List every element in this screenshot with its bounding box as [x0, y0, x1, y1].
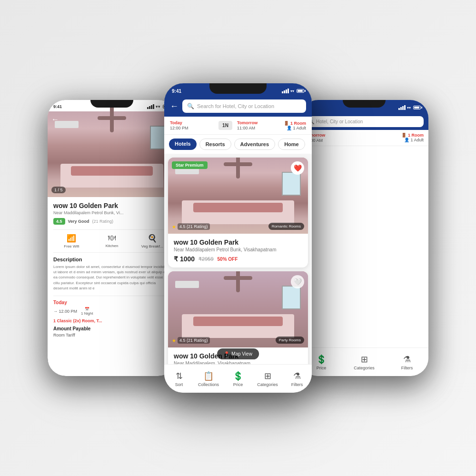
hotel1-info: wow 10 Golden Park Near Maddilapalem Pet… [168, 234, 308, 268]
hotel1-price-current: ₹ 1000 [174, 255, 195, 263]
left-rating-badge: 4.5 [53, 218, 65, 225]
adult-count-label: 👤 1 Adult [284, 126, 306, 130]
search-input-box[interactable]: 🔍 Search for Hotel, City or Location [182, 99, 306, 113]
bed-decoration [60, 164, 163, 188]
center-bottom-nav: ⇅ Sort 📋 Collections 💲 Price ⊞ Categorie… [164, 364, 312, 393]
room-simulation [48, 111, 176, 197]
right-filters-icon: ⚗ [403, 354, 411, 365]
left-checkin-time: → 12.00 PM [53, 309, 77, 314]
right-price-icon: 💲 [316, 354, 327, 365]
right-battery-icon [413, 106, 421, 109]
right-room-cell: 🚪 1 Room 👤 1 Adult [401, 133, 424, 143]
nav-price-label: Price [233, 382, 243, 387]
hotel2-rating-text: 4.5 (21 Rating) [178, 337, 210, 344]
hotel1-location: Near Maddilapalem Petrol Bunk, Visakhapa… [174, 247, 302, 252]
hotel2-image: 🤍 Party Rooms ★ 4.5 (21 Rating) [168, 271, 308, 347]
left-room-tariff: Room Tariff [53, 333, 170, 337]
hotel2-room-type-badge: Party Rooms [276, 337, 304, 344]
room-cell[interactable]: 🚪 1 Room 👤 1 Adult [284, 121, 306, 130]
search-bar-container: ← 🔍 Search for Hotel, City or Location [164, 97, 312, 117]
hotel1-price-original: ₹2959 [198, 256, 213, 262]
hotel1-room-sim [168, 158, 308, 234]
hotel2-ac [175, 281, 199, 288]
hotel2-rating-overlay: ★ 4.5 (21 Rating) [172, 337, 210, 344]
hotel1-window [282, 172, 301, 196]
date-row: Today 12:00 PM 1N Tomorrow 11:00 AM 🚪 1 … [164, 117, 312, 135]
left-hotel-details: wow 10 Golden Park Near Maddilapalem Pet… [48, 197, 176, 342]
left-status-time: 9:41 [53, 104, 62, 109]
image-counter: 1 / 5 [51, 187, 66, 193]
right-checkout-time: 11.00 AM [305, 138, 398, 143]
nav-sort[interactable]: ⇅ Sort [164, 371, 194, 387]
hotel1-price-row: ₹ 1000 ₹2959 50% OFF [174, 255, 302, 263]
left-description-text: Lorem ipsum dolor sit amet, consectetur … [53, 264, 170, 291]
hotel1-image: Star Premium ❤️ Romantic Rooms ★ 4.5 (21… [168, 158, 308, 234]
back-button[interactable]: ← [170, 101, 178, 111]
nav-collections[interactable]: 📋 Collections [194, 371, 223, 387]
amenity-kitchen: 🍽 Kitchen [94, 234, 130, 248]
price-icon: 💲 [233, 371, 243, 381]
tab-resorts[interactable]: Resorts [199, 139, 231, 150]
checkin-time: 12:00 PM [170, 126, 214, 130]
nav-filters-label: Filters [291, 382, 303, 387]
left-phone-notch [90, 100, 133, 108]
tab-adventures[interactable]: Adventures [234, 139, 276, 150]
search-icon: 🔍 [187, 103, 194, 109]
left-amount-title: Amount Payable [53, 326, 170, 331]
right-nav-categories[interactable]: ⊞ Categories [343, 354, 386, 370]
right-adult-label: 👤 1 Adult [401, 138, 424, 142]
map-view-button[interactable]: 📍 Map View [217, 348, 259, 359]
right-door-icon: 🚪 [401, 133, 407, 138]
left-booking-row: Today → 12.00 PM 📅 1 Night [53, 296, 170, 316]
right-nav-filters[interactable]: ⚗ Filters [386, 354, 428, 370]
map-view-label: Map View [231, 351, 252, 357]
left-rating-label: Very Good [68, 219, 89, 224]
center-signal-icon [282, 89, 289, 93]
nights-badge: 1N [218, 121, 232, 130]
hotel-card-1[interactable]: Star Premium ❤️ Romantic Rooms ★ 4.5 (21… [168, 158, 308, 268]
hotel2-favorite-button[interactable]: 🤍 [291, 275, 304, 288]
category-tabs: Hotels Resorts Adventures Home [164, 135, 312, 154]
filters-icon: ⚗ [293, 371, 301, 381]
right-phone: ▾▾ 🔍 Hotel, City or Location Tomorrow 11… [300, 100, 428, 376]
right-checkout-cell: Tomorrow 11.00 AM [305, 133, 398, 143]
hotel2-bed [182, 314, 294, 338]
center-phone-inner: 9:41 ▾▾ [164, 83, 312, 393]
tab-home[interactable]: Home [278, 139, 305, 150]
left-back-button[interactable]: ← [51, 115, 59, 124]
right-status-icons: ▾▾ [398, 105, 421, 110]
left-phone: 9:41 ▾▾ [48, 100, 176, 376]
checkin-cell[interactable]: Today 12:00 PM [170, 120, 214, 130]
amenity-kitchen-label: Kitchen [106, 244, 119, 248]
hotel1-bed [182, 200, 294, 224]
adult-icon: 👤 [287, 126, 292, 130]
left-rating-count: (21 Rating) [92, 219, 114, 224]
nav-price[interactable]: 💲 Price [223, 371, 253, 387]
hotel2-star-icon: ★ [172, 338, 176, 343]
breakfast-icon: 🍳 [148, 234, 157, 243]
room-count-label: 🚪 1 Room [284, 121, 306, 126]
nav-categories[interactable]: ⊞ Categories [253, 371, 282, 387]
right-search-input[interactable]: 🔍 Hotel, City or Location [305, 116, 424, 127]
center-status-icons: ▾▾ [282, 89, 304, 93]
left-phone-inner: 9:41 ▾▾ [48, 100, 176, 376]
checkout-cell[interactable]: Tomorrow 11:00 AM [237, 120, 281, 130]
left-rating-row: 4.5 Very Good (21 Rating) [53, 218, 170, 225]
signal-icon [147, 104, 154, 109]
checkout-label: Tomorrow [237, 120, 281, 125]
left-description-title: Description [53, 257, 170, 262]
right-room-label: 🚪 1 Room [401, 133, 424, 138]
nav-filters[interactable]: ⚗ Filters [282, 371, 312, 387]
nav-categories-label: Categories [257, 382, 278, 387]
hotel1-favorite-button[interactable]: ❤️ [291, 161, 304, 175]
center-phone: 9:41 ▾▾ [164, 83, 312, 393]
left-description-section: Description Lorem ipsum dolor sit amet, … [53, 257, 170, 291]
right-search-placeholder: Hotel, City or Location [316, 119, 363, 124]
tab-hotels[interactable]: Hotels [169, 139, 197, 150]
hotel1-name: wow 10 Golden Park [174, 238, 302, 246]
hotel1-fan [224, 162, 252, 166]
left-amenities: 📶 Free Wifi 🍽 Kitchen 🍳 Veg Breakf... [53, 229, 170, 253]
center-wifi-icon: ▾▾ [290, 89, 294, 93]
hotel1-room-type-badge: Romantic Rooms [268, 223, 304, 230]
checkin-label: Today [170, 120, 214, 125]
